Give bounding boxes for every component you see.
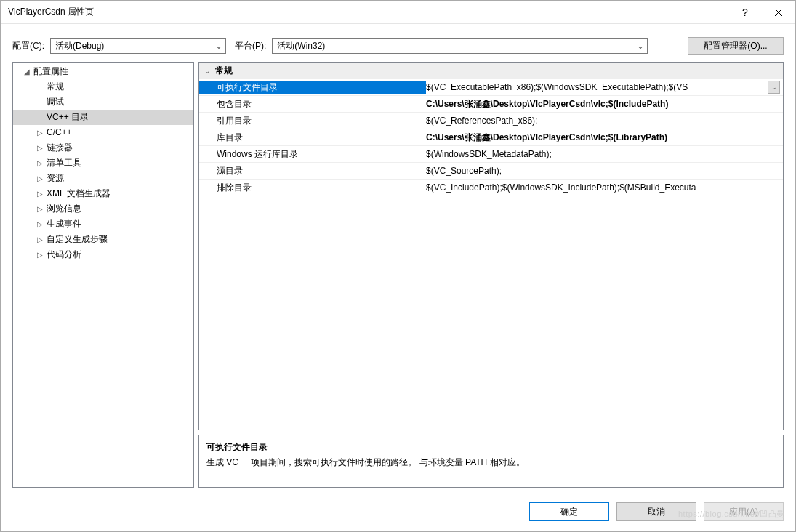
expand-icon[interactable]: ▷: [35, 125, 45, 140]
property-name: Windows 运行库目录: [199, 148, 426, 161]
tree-item-label: VC++ 目录: [45, 110, 89, 125]
tree-item[interactable]: ▷C/C++: [13, 125, 193, 140]
config-value: 活动(Debug): [55, 40, 104, 52]
titlebar: VlcPlayerCsdn 属性页 ?: [1, 1, 795, 24]
chevron-down-icon: ⌄: [215, 41, 222, 51]
tree-item[interactable]: ▷资源: [13, 171, 193, 186]
description-panel: 可执行文件目录 生成 VC++ 项目期间，搜索可执行文件时使用的路径。 与环境变…: [198, 435, 784, 488]
description-title: 可执行文件目录: [206, 441, 776, 454]
config-tree: ◢ 配置属性 常规调试VC++ 目录▷C/C++▷链接器▷清单工具▷资源▷XML…: [13, 64, 193, 262]
property-grid[interactable]: ⌄ 常规 可执行文件目录$(VC_ExecutablePath_x86);$(W…: [198, 62, 784, 430]
tree-item[interactable]: VC++ 目录: [13, 110, 193, 125]
chevron-down-icon: ⌄: [771, 84, 777, 91]
tree-item-label: 清单工具: [45, 156, 81, 171]
expand-icon[interactable]: ▷: [35, 156, 45, 171]
expand-icon[interactable]: ▷: [35, 140, 45, 156]
tree-item[interactable]: ▷生成事件: [13, 217, 193, 232]
tree-item[interactable]: 常规: [13, 79, 193, 94]
property-row[interactable]: 源目录$(VC_SourcePath);: [199, 162, 783, 179]
toolbar: 配置(C): 活动(Debug) ⌄ 平台(P): 活动(Win32) ⌄ 配置…: [1, 24, 795, 62]
close-icon: [775, 9, 782, 16]
platform-label: 平台(P):: [235, 40, 266, 52]
tree-item-label: 链接器: [45, 140, 73, 156]
property-value[interactable]: $(WindowsSDK_MetadataPath);: [426, 149, 783, 159]
tree-item[interactable]: ▷XML 文档生成器: [13, 186, 193, 201]
tree-item-label: 代码分析: [45, 247, 81, 262]
close-button[interactable]: [762, 1, 795, 23]
config-manager-button[interactable]: 配置管理器(O)...: [688, 37, 784, 55]
tree-item[interactable]: ▷自定义生成步骤: [13, 232, 193, 247]
content-area: ◢ 配置属性 常规调试VC++ 目录▷C/C++▷链接器▷清单工具▷资源▷XML…: [1, 62, 795, 495]
property-value[interactable]: $(VC_ReferencesPath_x86);: [426, 116, 783, 126]
property-row[interactable]: Windows 运行库目录$(WindowsSDK_MetadataPath);: [199, 145, 783, 162]
config-label: 配置(C):: [12, 40, 44, 52]
tree-item[interactable]: 调试: [13, 94, 193, 110]
apply-button[interactable]: 应用(A): [704, 502, 784, 521]
expand-icon[interactable]: ▷: [35, 247, 45, 262]
tree-item-label: XML 文档生成器: [45, 186, 110, 201]
description-body: 生成 VC++ 项目期间，搜索可执行文件时使用的路径。 与环境变量 PATH 相…: [206, 456, 776, 469]
collapse-icon[interactable]: ◢: [22, 64, 32, 79]
expand-icon[interactable]: ▷: [35, 201, 45, 217]
property-name: 库目录: [199, 132, 426, 144]
property-name: 源目录: [199, 165, 426, 177]
tree-item-label: 生成事件: [45, 217, 81, 232]
tree-item-label: 资源: [45, 171, 64, 186]
property-value[interactable]: $(VC_IncludePath);$(WindowsSDK_IncludePa…: [426, 182, 783, 193]
cancel-button[interactable]: 取消: [616, 502, 696, 521]
tree-item-label: 浏览信息: [45, 201, 81, 217]
property-name: 包含目录: [199, 98, 426, 110]
property-value[interactable]: $(VC_ExecutablePath_x86);$(WindowsSDK_Ex…: [426, 81, 783, 94]
property-name: 引用目录: [199, 115, 426, 127]
right-panel: ⌄ 常规 可执行文件目录$(VC_ExecutablePath_x86);$(W…: [198, 62, 784, 488]
dialog-window: VlcPlayerCsdn 属性页 ? 配置(C): 活动(Debug) ⌄ 平…: [0, 0, 796, 532]
property-row[interactable]: 排除目录$(VC_IncludePath);$(WindowsSDK_Inclu…: [199, 179, 783, 196]
ok-button[interactable]: 确定: [529, 502, 609, 521]
property-value[interactable]: $(VC_SourcePath);: [426, 166, 783, 176]
property-row[interactable]: 库目录C:\Users\张涌鑫\Desktop\VlcPlayerCsdn\vl…: [199, 129, 783, 145]
grid-section-header[interactable]: ⌄ 常规: [199, 63, 783, 78]
help-button[interactable]: ?: [728, 1, 762, 23]
tree-item-label: C/C++: [45, 125, 72, 140]
platform-value: 活动(Win32): [277, 40, 325, 52]
platform-dropdown[interactable]: 活动(Win32) ⌄: [272, 38, 648, 54]
property-value[interactable]: C:\Users\张涌鑫\Desktop\VlcPlayerCsdn\vlc;$…: [426, 132, 783, 144]
tree-item-label: 调试: [45, 94, 64, 110]
property-name: 排除目录: [199, 182, 426, 194]
tree-item[interactable]: ▷浏览信息: [13, 201, 193, 217]
expand-icon[interactable]: ▷: [35, 232, 45, 247]
tree-root[interactable]: ◢ 配置属性: [13, 64, 193, 79]
collapse-icon[interactable]: ⌄: [202, 67, 212, 75]
expand-icon[interactable]: ▷: [35, 186, 45, 201]
tree-item[interactable]: ▷链接器: [13, 140, 193, 156]
tree-item-label: 自定义生成步骤: [45, 232, 108, 247]
tree-item[interactable]: ▷清单工具: [13, 156, 193, 171]
property-dropdown-button[interactable]: ⌄: [768, 81, 780, 94]
property-row[interactable]: 引用目录$(VC_ReferencesPath_x86);: [199, 112, 783, 129]
chevron-down-icon: ⌄: [637, 41, 644, 51]
dialog-footer: 确定 取消 应用(A): [1, 495, 795, 531]
expand-icon[interactable]: ▷: [35, 217, 45, 232]
tree-item[interactable]: ▷代码分析: [13, 247, 193, 262]
property-value[interactable]: C:\Users\张涌鑫\Desktop\VlcPlayerCsdn\vlc;$…: [426, 98, 783, 110]
window-title: VlcPlayerCsdn 属性页: [8, 6, 728, 18]
config-dropdown[interactable]: 活动(Debug) ⌄: [50, 38, 226, 54]
expand-icon[interactable]: ▷: [35, 171, 45, 186]
tree-item-label: 常规: [45, 79, 64, 94]
property-row[interactable]: 包含目录C:\Users\张涌鑫\Desktop\VlcPlayerCsdn\v…: [199, 95, 783, 112]
property-row[interactable]: 可执行文件目录$(VC_ExecutablePath_x86);$(Window…: [199, 78, 783, 95]
tree-panel[interactable]: ◢ 配置属性 常规调试VC++ 目录▷C/C++▷链接器▷清单工具▷资源▷XML…: [12, 62, 194, 488]
property-name: 可执行文件目录: [199, 81, 426, 94]
